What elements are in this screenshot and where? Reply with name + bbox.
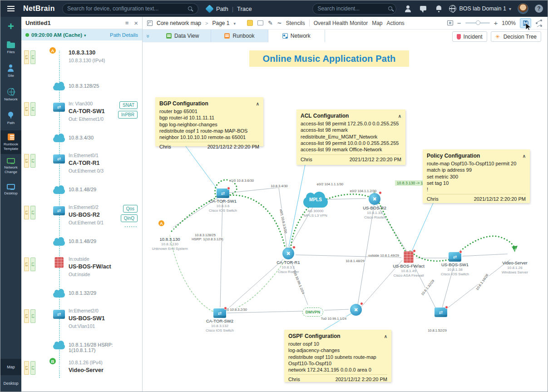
l2-indicator[interactable]: L2 (30, 258, 35, 271)
rail-item[interactable]: Runbook Template (0, 130, 21, 154)
zoom-in-button[interactable]: + (494, 20, 498, 26)
page-selector[interactable]: Page 1 (212, 20, 229, 26)
path-hop[interactable]: 10.8.1.32/29 (21, 282, 142, 304)
path-details-link[interactable]: Path Details (110, 32, 138, 38)
path-hop[interactable]: L3 L2 In:outside US-BOS-FW/act Out:insid… (21, 252, 142, 282)
trace-button[interactable]: Trace (237, 5, 252, 12)
hop-device-name[interactable]: CA-TOR-SW1 (69, 107, 113, 116)
layer-indicators[interactable]: L3 L2 (24, 258, 35, 271)
topology-node[interactable]: Video-Server 10.8.1.26 Windows Server (492, 248, 538, 275)
rail-item[interactable]: Desktop (0, 178, 21, 201)
collapse-icon[interactable] (384, 334, 387, 339)
stencils-button[interactable]: Stencils (286, 20, 305, 26)
collapse-icon[interactable] (398, 114, 401, 119)
chevron-down-icon[interactable] (84, 32, 86, 38)
shape-tool-icon[interactable] (257, 20, 263, 25)
map-title[interactable]: Online Music Application Path (249, 50, 409, 67)
hop-device-name[interactable]: US-BOS-R2 (69, 211, 113, 219)
layer-indicators[interactable]: L3 L2 (24, 361, 35, 375)
layer-indicators[interactable]: L3 L2 (24, 154, 35, 168)
path-button[interactable]: Path (216, 5, 228, 12)
path-hop[interactable]: 10.8.3.4/30 (21, 127, 142, 149)
rail-item[interactable]: Network Change (0, 154, 21, 178)
zoom-slider-handle[interactable] (476, 20, 480, 25)
path-hop[interactable]: L3 L2 In:Ethernet0/1 CA-TOR-R1 Out:Ether… (21, 149, 142, 179)
l2-indicator[interactable]: L2 (30, 206, 35, 219)
incident-search-input[interactable] (317, 5, 388, 12)
path-hop[interactable]: L3 L2 In:Ethernet0/2 US-BOS-R2 Out:Ether… (21, 200, 142, 230)
l3-indicator[interactable]: L3 (24, 206, 29, 219)
layer-indicators[interactable]: L3 L2 (24, 309, 35, 323)
save-button[interactable] (520, 18, 531, 28)
collapse-icon[interactable] (523, 154, 526, 159)
path-hop[interactable]: 10.8.1.48/29 (21, 179, 142, 200)
rail-item[interactable]: Site (0, 60, 21, 83)
floating-button[interactable]: Incident (452, 31, 487, 42)
collapse-icon[interactable] (256, 101, 259, 106)
help-icon[interactable]: ? (535, 5, 543, 13)
zoom-slider[interactable] (465, 22, 490, 24)
topology-node[interactable] (418, 308, 464, 317)
path-hop[interactable]: L3 L2 In: Vlan300 CA-TOR-SW1 Out: Ethern… (21, 97, 142, 127)
topology-node[interactable]: CA-TOR-SW1 10.8.3.6 Cisco IOS Switch (200, 189, 246, 213)
incident-search[interactable] (312, 3, 396, 15)
map-menu[interactable]: Map (372, 20, 382, 26)
actions-menu[interactable]: Actions (387, 20, 405, 26)
share-icon[interactable] (535, 20, 543, 27)
layer-indicators[interactable]: L3 L2 (24, 206, 35, 219)
fit-to-screen-icon[interactable] (447, 20, 453, 25)
feature-tag[interactable]: QinQ (121, 214, 138, 222)
rail-item[interactable]: Desktop (0, 375, 21, 392)
l3-indicator[interactable]: L3 (24, 154, 29, 168)
layer-indicators[interactable]: L3 L2 (24, 50, 35, 64)
hop-device-name[interactable]: US-BOS-SW1 (69, 314, 113, 323)
path-timestamp[interactable]: 09:20:00 AM (Cache) (31, 32, 82, 38)
feature-tag[interactable]: SNAT (119, 101, 138, 109)
expand-icon[interactable] (147, 20, 153, 26)
topology-node[interactable]: CA-TOR-R1 10.8.3.1 Cisco Router (266, 248, 311, 275)
chat-icon[interactable] (420, 5, 427, 13)
path-hop[interactable]: 10.8.3.128/25 (21, 75, 142, 97)
l2-indicator[interactable]: L2 (30, 50, 35, 64)
l2-indicator[interactable]: L2 (30, 154, 35, 168)
panel-menu-icon[interactable] (125, 20, 129, 26)
l3-indicator[interactable]: L3 (24, 258, 29, 271)
l2-indicator[interactable]: L2 (30, 102, 35, 116)
path-hop[interactable]: L3 L2 A 10.8.3.130 10.8.3.130 (IPv4) (21, 45, 142, 75)
zoom-out-button[interactable]: − (457, 20, 461, 26)
l2-indicator[interactable]: L2 (30, 309, 35, 323)
search-icon[interactable] (388, 6, 394, 12)
close-icon[interactable] (134, 19, 138, 27)
rail-item[interactable]: Network (0, 83, 21, 107)
l3-indicator[interactable]: L3 (24, 50, 29, 64)
topology-node[interactable]: A 10.8.3.130 10.8.3.130 Unknown End Syst… (147, 224, 193, 252)
device-search[interactable] (62, 3, 198, 15)
chevron-down-icon[interactable] (234, 20, 236, 26)
user-alert-icon[interactable] (404, 5, 412, 13)
path-hop[interactable]: 10.8.1.48/29 (21, 230, 142, 252)
hop-device-name[interactable]: 10.8.3.130 (69, 49, 113, 57)
l2-indicator[interactable]: L2 (30, 361, 35, 375)
view-tab[interactable]: Runbook (211, 30, 268, 42)
search-icon[interactable] (188, 6, 193, 12)
feature-tag[interactable]: InPBR (118, 111, 138, 119)
collapse-tabs-icon[interactable] (143, 30, 154, 42)
topology-node[interactable]: US-BOS-SW1 10.8.1.38 Cisco IOS Switch (432, 252, 478, 277)
domain-selector[interactable]: BOS lab Domain 1 (446, 5, 511, 12)
path-hop[interactable]: L3 L2 In:Ethernet2/0 US-BOS-SW1 Out:Vlan… (21, 304, 142, 334)
hamburger-menu-icon[interactable] (0, 0, 21, 17)
path-hop[interactable]: 10.8.1.16/28 HSRP: 1(10.8.1.17) (21, 334, 142, 356)
l3-indicator[interactable]: L3 (24, 102, 29, 116)
topology-node[interactable]: US-BOS-FW/act 10.8.1.49 Cisco ASA Firewa… (386, 251, 431, 278)
sticky-note-tool-icon[interactable] (247, 20, 253, 26)
view-tab[interactable]: Data View (154, 30, 211, 42)
topology-node[interactable] (333, 304, 379, 316)
avatar[interactable] (518, 3, 528, 14)
config-note[interactable]: OSPF Configuration router ospf 10 log-ad… (284, 330, 391, 382)
topology-node[interactable]: DMVPN (290, 308, 336, 317)
path-hop[interactable]: L3 L2 B 10.8.1.26 (IPv4) Video-Server (21, 356, 142, 386)
floating-button[interactable]: Decision Tree (491, 31, 541, 42)
config-note[interactable]: Policy Configuration route-map Ospf10-To… (423, 149, 530, 203)
map-canvas[interactable]: Online Music Application Path 10.8.3.130… (143, 42, 548, 392)
topology-node[interactable]: US-BOS-R2 10.8.1.33 Cisco Router (352, 193, 397, 220)
